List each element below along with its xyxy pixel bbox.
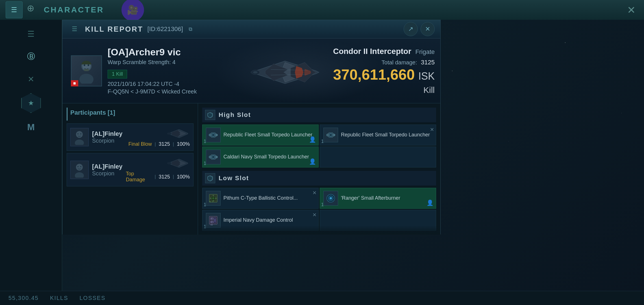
total-damage-row: Total damage: 3125: [333, 59, 435, 66]
svg-point-11: [76, 131, 83, 138]
svg-point-20: [167, 162, 171, 164]
victim-portrait: ■: [71, 55, 102, 86]
participants-panel: Participants [1] [AL]Finley Scorpion: [62, 103, 198, 235]
modal-title: KILL REPORT: [85, 25, 143, 34]
slot-item-high-4-empty: [320, 147, 436, 167]
close-app-button[interactable]: ✕: [627, 4, 636, 16]
participant-1-ship-icon: [165, 125, 190, 142]
slot-item-close-icon[interactable]: ✕: [430, 127, 434, 133]
svg-text:★: ★: [209, 201, 211, 202]
sidebar-item-combat[interactable]: ✕: [23, 71, 40, 88]
total-damage-label-text: Total damage:: [382, 59, 417, 66]
svg-point-23: [212, 134, 215, 136]
participant-2-damage: 3125: [159, 174, 170, 180]
ship-svg: [229, 47, 336, 98]
modal-close-button[interactable]: ✕: [421, 22, 435, 36]
kill-info-right: Condor II Interceptor Frigate Total dama…: [333, 47, 435, 95]
svg-point-33: [212, 156, 215, 158]
fitting-panel: High Slot 1: [198, 103, 440, 235]
kill-content: Participants [1] [AL]Finley Scorpion: [62, 103, 440, 235]
sidebar-item-char[interactable]: Ⓑ: [23, 48, 40, 65]
high-slot-items: 1 Republic Fleet Small Torpedo Launcher: [202, 125, 436, 167]
isk-label: ISK: [418, 70, 435, 82]
svg-point-16: [76, 164, 83, 171]
slot-item-low-1[interactable]: 1 ★ C: [202, 188, 319, 209]
slot-item-name-high-1: Republic Fleet Small Torpedo Launcher: [223, 132, 312, 138]
participant-2-ship-icon: [165, 155, 190, 172]
left-sidebar: ☰ Ⓑ ✕ ★ M: [0, 20, 62, 305]
hamburger-menu-button[interactable]: ☰: [6, 1, 23, 18]
slot-item-count-low-2: 1: [321, 202, 324, 207]
slot-item-high-2[interactable]: 1 Republic Fleet Small Torpedo Launcher: [320, 125, 436, 145]
slot-item-high-3[interactable]: 1 Caldari Navy Small Torpedo Launcher: [202, 147, 319, 167]
svg-point-18: [77, 166, 79, 167]
slot-item-count: 1: [204, 139, 206, 144]
participant-1-pct: 100%: [177, 141, 190, 147]
slot-item-count-2: 1: [321, 139, 324, 144]
svg-rect-30: [326, 134, 327, 136]
svg-rect-34: [216, 156, 218, 158]
svg-point-14: [80, 133, 81, 134]
kill-type: Kill: [333, 85, 435, 95]
svg-point-15: [167, 132, 171, 135]
svg-rect-54: [210, 217, 213, 220]
modal-header: ☰ KILL REPORT [ID:6221306] ⧉ ↗ ✕: [62, 20, 440, 38]
afterburner-icon: [326, 193, 336, 203]
slot-item-low-2[interactable]: 1: [320, 188, 436, 209]
modal-menu-icon: ☰: [72, 25, 77, 33]
slot-item-count-low-1: 1: [204, 202, 206, 207]
export-button[interactable]: ↗: [404, 22, 418, 36]
slot-item-person-icon: 👤: [309, 136, 316, 143]
bottom-tab-value[interactable]: 55,300.45: [8, 295, 39, 301]
participant-2-portrait: [70, 161, 89, 179]
final-blow-badge: Final Blow: [129, 141, 152, 147]
participant-item: [AL]Finley Scorpion Final Blow | 3125 | …: [67, 123, 193, 151]
participant-1-portrait: [70, 128, 89, 146]
kill-report-modal: ☰ KILL REPORT [ID:6221306] ⧉ ↗ ✕: [62, 20, 441, 234]
participant-1-name: [AL]Finley: [92, 130, 125, 138]
svg-point-28: [329, 134, 332, 136]
ship-name: Condor II Interceptor Frigate: [333, 47, 435, 56]
low-slot-header: Low Slot: [202, 171, 436, 186]
slot-item-count-3: 1: [204, 161, 206, 166]
slot-item-name-low-1: Pithum C-Type Ballistic Control...: [223, 195, 298, 201]
slot-item-close-low-3[interactable]: ✕: [312, 212, 317, 218]
modal-menu-button[interactable]: ☰: [68, 23, 81, 36]
participant-2-ship: Scorpion: [92, 170, 123, 177]
svg-rect-5: [84, 69, 89, 71]
character-icon: ⊕: [27, 3, 41, 17]
slot-item-icon-2: [323, 128, 338, 142]
kill-header: ■ [OA]Archer9 vic Warp Scramble Strength…: [62, 38, 440, 103]
bottom-tab-losses[interactable]: Losses: [79, 295, 105, 301]
top-damage-badge: Top Damage: [126, 171, 152, 183]
slot-item-person-low-2: 👤: [427, 199, 434, 206]
modal-title-id: [ID:6221306]: [147, 25, 183, 33]
svg-point-8: [253, 71, 258, 73]
copy-icon[interactable]: ⧉: [189, 26, 192, 32]
participant-2-name: [AL]Finley: [92, 163, 123, 170]
bottom-tab-kills[interactable]: Kills: [50, 295, 68, 301]
sidebar-item-menu[interactable]: ☰: [23, 25, 40, 42]
total-damage-value: 3125: [421, 59, 435, 66]
slot-item-close-low-1[interactable]: ✕: [312, 190, 317, 196]
sidebar-item-star[interactable]: ★: [21, 93, 41, 113]
slot-item-icon-3: [206, 150, 221, 164]
svg-point-13: [77, 133, 79, 134]
slot-item-low-3[interactable]: 1 ★: [202, 210, 319, 231]
participant-item-2: [AL]Finley Scorpion Top Damage | 3125 | …: [67, 153, 193, 186]
high-slot-icon: [205, 110, 215, 120]
svg-rect-61: [214, 219, 216, 222]
slot-item-high-1[interactable]: 1 Republic Fleet Small Torpedo Launcher: [202, 125, 319, 145]
svg-point-48: [330, 197, 332, 199]
svg-point-12: [75, 140, 84, 145]
svg-point-3: [84, 64, 85, 66]
sidebar-item-m[interactable]: M: [23, 119, 40, 136]
victim-red-badge: ■: [71, 80, 78, 86]
slot-item-name-low-2: 'Ranger' Small Afterburner: [341, 195, 400, 201]
svg-point-17: [75, 172, 84, 178]
svg-text:C: C: [212, 201, 214, 202]
top-bar: ☰ ⊕ CHARACTER 🎥 ✕: [0, 0, 644, 20]
participant-1-damage: 3125: [159, 141, 170, 147]
record-button[interactable]: 🎥: [121, 0, 144, 21]
high-slot-shield-icon: [207, 112, 213, 118]
